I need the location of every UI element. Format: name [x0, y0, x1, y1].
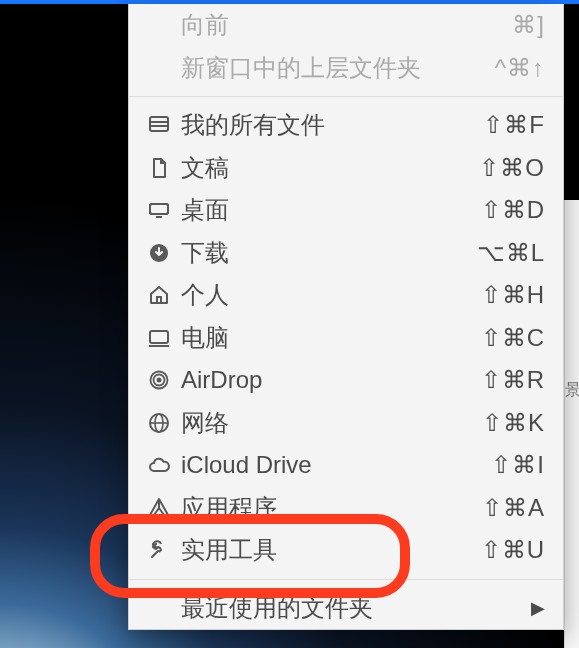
- applications-icon: [147, 496, 181, 520]
- menu-item-disabled-0: 向前 ⌘]: [129, 4, 563, 47]
- menu-item-home[interactable]: 个人 ⇧⌘H: [129, 274, 563, 317]
- menu-item-label: AirDrop: [181, 366, 481, 394]
- menu-item-shortcut: ⌥⌘L: [477, 239, 545, 267]
- menu-item-shortcut: ⇧⌘U: [481, 536, 545, 564]
- menu-separator: [129, 579, 563, 580]
- menu-item-shortcut: ⇧⌘O: [479, 154, 545, 182]
- desktop-icon: [147, 198, 181, 222]
- menu-item-recent-folders[interactable]: 最近使用的文件夹 ▶: [129, 587, 563, 630]
- menu-item-shortcut: ⌘]: [512, 11, 545, 39]
- menu-item-desktop[interactable]: 桌面 ⇧⌘D: [129, 189, 563, 232]
- home-icon: [147, 283, 181, 307]
- svg-rect-20: [162, 553, 167, 558]
- menu-item-shortcut: ⇧⌘K: [482, 409, 545, 437]
- svg-line-18: [154, 508, 159, 515]
- go-menu: 向前 ⌘] 新窗口中的上层文件夹 ^⌘↑ 我的所有文件 ⇧⌘F 文稿 ⇧⌘O 桌…: [128, 4, 564, 630]
- menu-item-shortcut: ⇧⌘F: [483, 111, 545, 139]
- documents-icon: [147, 156, 181, 180]
- downloads-icon: [147, 241, 181, 265]
- menu-item-label: 桌面: [181, 194, 481, 226]
- submenu-arrow-icon: ▶: [531, 597, 545, 619]
- menu-item-label: 向前: [181, 9, 512, 41]
- menu-item-computer[interactable]: 电脑 ⇧⌘C: [129, 317, 563, 360]
- menu-item-documents[interactable]: 文稿 ⇧⌘O: [129, 147, 563, 190]
- icloud-icon: [147, 453, 181, 477]
- svg-rect-9: [150, 331, 168, 343]
- menu-item-label: 应用程序: [181, 492, 482, 524]
- menu-item-label: iCloud Drive: [181, 451, 491, 479]
- menu-item-icloud[interactable]: iCloud Drive ⇧⌘I: [129, 444, 563, 487]
- menu-item-shortcut: ⇧⌘C: [481, 324, 545, 352]
- network-icon: [147, 411, 181, 435]
- menu-item-label: 文稿: [181, 152, 479, 184]
- menu-item-airdrop[interactable]: AirDrop ⇧⌘R: [129, 359, 563, 402]
- utilities-icon: [147, 538, 181, 562]
- svg-line-19: [159, 508, 164, 515]
- svg-rect-0: [150, 117, 168, 131]
- menu-item-shortcut: ⇧⌘R: [481, 366, 545, 394]
- computer-icon: [147, 326, 181, 350]
- menu-separator: [129, 96, 563, 97]
- svg-rect-8: [157, 297, 161, 303]
- menu-item-label: 下载: [181, 237, 477, 269]
- airdrop-icon: [147, 368, 181, 392]
- menu-item-label: 个人: [181, 279, 481, 311]
- menu-item-shortcut: ⇧⌘I: [491, 451, 545, 479]
- menu-item-label: 电脑: [181, 322, 481, 354]
- menu-item-shortcut: ⇧⌘H: [481, 281, 545, 309]
- menu-item-shortcut: ⇧⌘D: [481, 196, 545, 224]
- menu-item-shortcut: ⇧⌘A: [482, 494, 545, 522]
- menu-item-shortcut: ^⌘↑: [495, 54, 545, 82]
- svg-rect-6: [156, 216, 162, 218]
- background-window-fragment: 景: [564, 200, 579, 648]
- menu-item-label: 新窗口中的上层文件夹: [181, 52, 495, 84]
- menu-item-label: 我的所有文件: [181, 109, 483, 141]
- menu-item-all-files[interactable]: 我的所有文件 ⇧⌘F: [129, 104, 563, 147]
- menu-item-disabled-1: 新窗口中的上层文件夹 ^⌘↑: [129, 47, 563, 90]
- menu-item-network[interactable]: 网络 ⇧⌘K: [129, 402, 563, 445]
- menu-item-label: 最近使用的文件夹: [181, 592, 531, 624]
- menu-item-utilities[interactable]: 实用工具 ⇧⌘U: [129, 529, 563, 572]
- menu-item-applications[interactable]: 应用程序 ⇧⌘A: [129, 487, 563, 530]
- menu-item-downloads[interactable]: 下载 ⌥⌘L: [129, 232, 563, 275]
- menu-item-label: 网络: [181, 407, 482, 439]
- svg-point-11: [157, 378, 162, 383]
- menu-item-label: 实用工具: [181, 534, 481, 566]
- all-files-icon: [147, 113, 181, 137]
